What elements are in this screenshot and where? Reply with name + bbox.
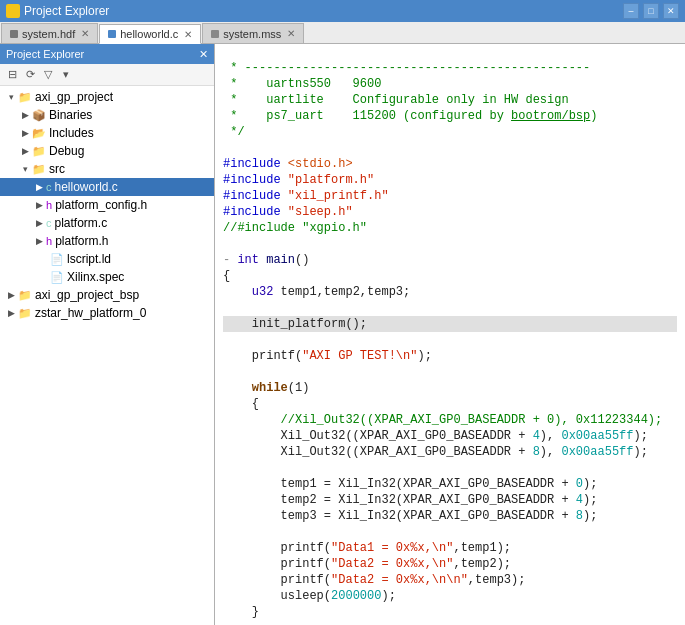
maximize-button[interactable]: □: [643, 3, 659, 19]
toggle-debug[interactable]: ▶: [18, 144, 32, 158]
tab-label-mss: system.mss: [223, 28, 281, 40]
label-platform-config-h: platform_config.h: [55, 198, 147, 212]
toggle-platform-h[interactable]: ▶: [32, 234, 46, 248]
tree-item-platform-h[interactable]: ▶ h platform.h: [0, 232, 214, 250]
title-bar-buttons: – □ ✕: [623, 3, 679, 19]
app-icon: [6, 4, 20, 18]
menu-button[interactable]: ▾: [58, 67, 74, 83]
title-bar-label: Project Explorer: [24, 4, 623, 18]
explorer-header: Project Explorer ✕: [0, 44, 214, 64]
tab-icon-hdf: [10, 30, 18, 38]
folder-icon-binaries: 📦: [32, 109, 46, 122]
file-icon-platform-c: c: [46, 217, 52, 229]
toggle-axi-gp-project-bsp[interactable]: ▶: [4, 288, 18, 302]
file-icon-platform-h: h: [46, 235, 52, 247]
toggle-axi-gp-project[interactable]: ▾: [4, 90, 18, 104]
toggle-includes[interactable]: ▶: [18, 126, 32, 140]
main-area: Project Explorer ✕ ⊟ ⟳ ▽ ▾ ▾ 📁 axi_gp_pr…: [0, 44, 685, 625]
close-button[interactable]: ✕: [663, 3, 679, 19]
title-bar: Project Explorer – □ ✕: [0, 0, 685, 22]
explorer-tree: ▾ 📁 axi_gp_project ▶ 📦 Binaries ▶ 📂 Incl…: [0, 86, 214, 625]
tree-item-helloworld-c[interactable]: ▶ c helloworld.c: [0, 178, 214, 196]
tree-item-debug[interactable]: ▶ 📁 Debug: [0, 142, 214, 160]
file-icon-platform-config-h: h: [46, 199, 52, 211]
tab-close-mss[interactable]: ✕: [287, 28, 295, 39]
folder-icon-src: 📁: [32, 163, 46, 176]
folder-icon-includes: 📂: [32, 127, 46, 140]
project-explorer-panel: Project Explorer ✕ ⊟ ⟳ ▽ ▾ ▾ 📁 axi_gp_pr…: [0, 44, 215, 625]
tab-close-c[interactable]: ✕: [184, 29, 192, 40]
label-axi-gp-project: axi_gp_project: [35, 90, 113, 104]
label-platform-c: platform.c: [55, 216, 108, 230]
label-platform-h: platform.h: [55, 234, 108, 248]
tab-label-c: helloworld.c: [120, 28, 178, 40]
sync-button[interactable]: ⟳: [22, 67, 38, 83]
explorer-toolbar: ⊟ ⟳ ▽ ▾: [0, 64, 214, 86]
tree-item-includes[interactable]: ▶ 📂 Includes: [0, 124, 214, 142]
file-icon-helloworld-c: c: [46, 181, 52, 193]
label-lscript-ld: lscript.ld: [67, 252, 111, 266]
tab-icon-c: [108, 30, 116, 38]
toggle-helloworld-c[interactable]: ▶: [32, 180, 46, 194]
collapse-all-button[interactable]: ⊟: [4, 67, 20, 83]
label-src: src: [49, 162, 65, 176]
tab-close-hdf[interactable]: ✕: [81, 28, 89, 39]
folder-icon-zstar-hw-platform-0: 📁: [18, 307, 32, 320]
tab-system-mss[interactable]: system.mss ✕: [202, 23, 304, 43]
folder-icon-axi-gp-project: 📁: [18, 91, 32, 104]
tree-item-zstar-hw-platform-0[interactable]: ▶ 📁 zstar_hw_platform_0: [0, 304, 214, 322]
label-zstar-hw-platform-0: zstar_hw_platform_0: [35, 306, 146, 320]
tree-item-xilinx-spec[interactable]: 📄 Xilinx.spec: [0, 268, 214, 286]
tree-item-lscript-ld[interactable]: 📄 lscript.ld: [0, 250, 214, 268]
tree-item-axi-gp-project[interactable]: ▾ 📁 axi_gp_project: [0, 88, 214, 106]
toggle-binaries[interactable]: ▶: [18, 108, 32, 122]
code-content: * --------------------------------------…: [215, 44, 685, 625]
file-icon-lscript-ld: 📄: [50, 253, 64, 266]
toggle-platform-config-h[interactable]: ▶: [32, 198, 46, 212]
tree-item-binaries[interactable]: ▶ 📦 Binaries: [0, 106, 214, 124]
file-icon-xilinx-spec: 📄: [50, 271, 64, 284]
filter-button[interactable]: ▽: [40, 67, 56, 83]
tab-system-hdf[interactable]: system.hdf ✕: [1, 23, 98, 43]
tab-bar: system.hdf ✕ helloworld.c ✕ system.mss ✕: [0, 22, 685, 44]
explorer-close-icon[interactable]: ✕: [199, 48, 208, 61]
label-includes: Includes: [49, 126, 94, 140]
label-debug: Debug: [49, 144, 84, 158]
tree-item-src[interactable]: ▾ 📁 src: [0, 160, 214, 178]
toggle-src[interactable]: ▾: [18, 162, 32, 176]
explorer-title: Project Explorer: [6, 48, 84, 60]
tree-item-platform-c[interactable]: ▶ c platform.c: [0, 214, 214, 232]
folder-icon-axi-gp-project-bsp: 📁: [18, 289, 32, 302]
minimize-button[interactable]: –: [623, 3, 639, 19]
toggle-platform-c[interactable]: ▶: [32, 216, 46, 230]
tree-item-platform-config-h[interactable]: ▶ h platform_config.h: [0, 196, 214, 214]
tree-item-axi-gp-project-bsp[interactable]: ▶ 📁 axi_gp_project_bsp: [0, 286, 214, 304]
tab-label-hdf: system.hdf: [22, 28, 75, 40]
tab-helloworld-c[interactable]: helloworld.c ✕: [99, 24, 201, 44]
label-axi-gp-project-bsp: axi_gp_project_bsp: [35, 288, 139, 302]
tab-icon-mss: [211, 30, 219, 38]
label-xilinx-spec: Xilinx.spec: [67, 270, 124, 284]
folder-icon-debug: 📁: [32, 145, 46, 158]
label-binaries: Binaries: [49, 108, 92, 122]
code-editor[interactable]: * --------------------------------------…: [215, 44, 685, 625]
toggle-zstar-hw-platform-0[interactable]: ▶: [4, 306, 18, 320]
label-helloworld-c: helloworld.c: [55, 180, 118, 194]
